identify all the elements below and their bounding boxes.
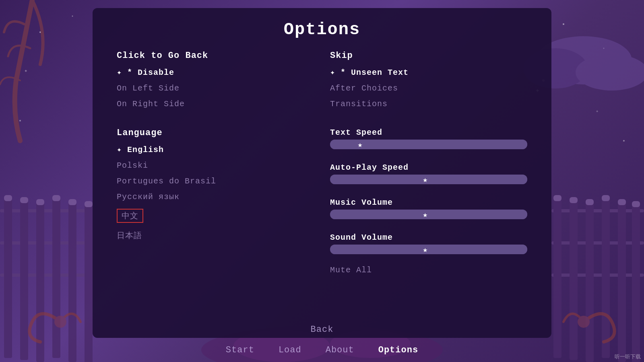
nav-options[interactable]: Options [366, 341, 430, 359]
sound-volume-label: Sound Volume [330, 233, 527, 242]
music-volume-section: Music Volume ★ [330, 195, 527, 219]
text-speed-label: Text Speed [330, 128, 527, 137]
text-speed-slider[interactable]: ★ [330, 140, 527, 149]
back-nav-container: Back [0, 321, 644, 338]
right-column: Skip * Unseen Text After Choices Transit… [330, 47, 527, 330]
options-panel: Options Click to Go Back * Disable On Le… [93, 8, 551, 338]
watermark: 听一听下载 [615, 353, 641, 360]
sound-volume-slider[interactable]: ★ [330, 245, 527, 254]
mute-all-button[interactable]: Mute All [330, 265, 527, 275]
bottom-navigation: Start Load About Options [0, 338, 644, 362]
music-volume-label: Music Volume [330, 198, 527, 207]
option-on-right-side[interactable]: On Right Side [117, 98, 314, 110]
left-column: Click to Go Back * Disable On Left Side … [117, 47, 314, 330]
page-title: Options [93, 8, 551, 47]
lang-russian[interactable]: Русский язык [117, 191, 314, 203]
lang-english[interactable]: English [117, 143, 314, 156]
lang-japanese[interactable]: 日本語 [117, 228, 314, 243]
option-disable[interactable]: * Disable [117, 66, 314, 79]
skip-label: Skip [330, 51, 527, 61]
music-volume-slider[interactable]: ★ [330, 210, 527, 219]
text-speed-section: Text Speed ★ [330, 125, 527, 149]
auto-play-speed-label: Auto-Play Speed [330, 163, 527, 172]
language-label: Language [117, 128, 314, 138]
lang-pt-br[interactable]: Portugues do Brasil [117, 175, 314, 187]
option-unseen-text[interactable]: * Unseen Text [330, 66, 527, 79]
lang-polski[interactable]: Polski [117, 159, 314, 172]
lang-chinese-selected[interactable]: 中文 [117, 209, 143, 223]
auto-play-speed-section: Auto-Play Speed ★ [330, 160, 527, 184]
option-on-left-side[interactable]: On Left Side [117, 82, 314, 95]
back-button[interactable]: Back [299, 321, 346, 338]
option-transitions[interactable]: Transitions [330, 98, 527, 110]
nav-start[interactable]: Start [214, 341, 266, 359]
option-after-choices[interactable]: After Choices [330, 82, 527, 95]
options-content: Click to Go Back * Disable On Left Side … [93, 47, 551, 330]
sound-volume-section: Sound Volume ★ [330, 230, 527, 254]
auto-play-speed-slider[interactable]: ★ [330, 175, 527, 184]
nav-load[interactable]: Load [266, 341, 314, 359]
nav-about[interactable]: About [314, 341, 366, 359]
click-to-go-back-label: Click to Go Back [117, 51, 314, 61]
